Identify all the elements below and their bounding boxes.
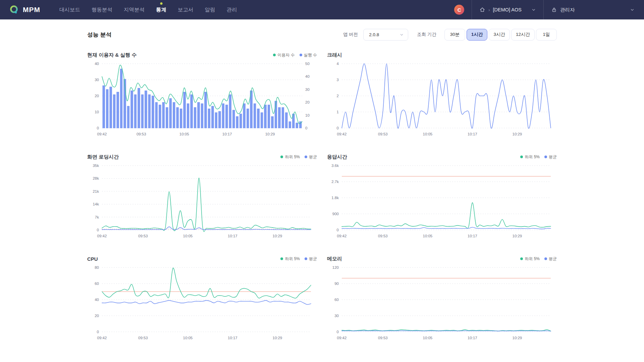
svg-text:40: 40: [95, 298, 99, 302]
period-button-group: 30분 1시간 3시간 12시간 1일: [444, 29, 557, 41]
svg-text:30: 30: [334, 314, 339, 318]
legend-item[interactable]: 하위 5%: [280, 154, 300, 160]
cpu-chart: 02040608009:4209:5310:0510:1710:29: [87, 264, 317, 342]
legend-dot-icon: [300, 54, 302, 56]
svg-text:09:42: 09:42: [337, 234, 347, 238]
svg-text:40: 40: [305, 74, 310, 78]
svg-text:50: 50: [305, 62, 310, 66]
svg-text:60: 60: [95, 282, 99, 286]
nav-item-region[interactable]: 지역분석: [118, 0, 150, 19]
period-button-30m[interactable]: 30분: [444, 29, 465, 41]
nav-item-dashboard[interactable]: 대시보드: [54, 0, 86, 19]
svg-text:0: 0: [97, 228, 99, 232]
svg-text:09:53: 09:53: [378, 336, 388, 340]
svg-text:900: 900: [332, 212, 339, 216]
crash-chart: 0123409:4209:5310:0510:1710:29: [327, 60, 557, 138]
top-nav: MPM 대시보드 행동분석 지역분석 통계 보고서 알림 관리 C › [DEM…: [0, 0, 644, 19]
svg-text:09:53: 09:53: [138, 234, 148, 238]
svg-text:09:42: 09:42: [337, 132, 347, 136]
chart-crash: 크래시 0123409:4209:5310:0510:1710:29: [327, 51, 557, 139]
chart-title: 응답시간: [327, 154, 347, 160]
svg-text:0: 0: [337, 330, 339, 334]
svg-text:10:05: 10:05: [423, 234, 432, 238]
legend-item[interactable]: 하위 5%: [520, 256, 540, 262]
user-role: 관리자: [560, 7, 575, 13]
users-launches-chart: 0102030400102030405009:4209:5310:0510:17…: [87, 60, 317, 138]
nav-item-stats[interactable]: 통계: [150, 0, 172, 19]
app-version-value: 2.0.8: [369, 32, 379, 37]
app-version-select[interactable]: 2.0.8: [363, 29, 408, 41]
period-button-12h[interactable]: 12시간: [511, 29, 535, 41]
svg-text:10:29: 10:29: [512, 336, 522, 340]
svg-text:7k: 7k: [95, 215, 99, 219]
legend-item[interactable]: 하위 5%: [520, 154, 540, 160]
user-menu[interactable]: 관리자: [543, 0, 644, 19]
svg-text:10:17: 10:17: [228, 234, 237, 238]
screen-loading-chart: 07k14k21k28k35k09:4209:5310:0510:1710:29: [87, 162, 317, 240]
chart-title: 크래시: [327, 52, 342, 58]
nav-item-report[interactable]: 보고서: [172, 0, 199, 19]
chart-response-time: 응답시간 하위 5%평균 09001.8k2.7k3.6k09:4209:531…: [327, 153, 557, 241]
chart-legend: 하위 5%평균: [520, 154, 557, 160]
brand-name: MPM: [23, 6, 40, 14]
svg-text:35k: 35k: [93, 164, 99, 168]
app-selector[interactable]: › [DEMO] AOS: [472, 0, 543, 19]
app-version-label: 앱 버전: [343, 32, 358, 38]
legend-dot-icon: [273, 54, 276, 56]
memory-chart: 030609012009:4209:5310:0510:1710:29: [327, 264, 557, 342]
legend-item[interactable]: 평균: [544, 256, 557, 262]
chart-users-launches: 현재 이용자 & 실행 수 이용자 수실행 수 0102030400102030…: [87, 51, 317, 139]
svg-text:80: 80: [95, 265, 99, 269]
period-button-3h[interactable]: 3시간: [489, 29, 510, 41]
avatar[interactable]: C: [454, 5, 464, 15]
svg-text:2: 2: [337, 94, 339, 98]
nav-menu: 대시보드 행동분석 지역분석 통계 보고서 알림 관리: [54, 0, 243, 19]
svg-text:10: 10: [305, 113, 310, 117]
chevron-down-icon: [630, 7, 635, 12]
svg-text:10:05: 10:05: [179, 132, 189, 136]
chart-legend: 하위 5%평균: [280, 256, 317, 262]
chart-legend: 하위 5%평균: [520, 256, 557, 262]
svg-text:1.8k: 1.8k: [331, 196, 339, 200]
legend-item[interactable]: 이용자 수: [273, 52, 294, 58]
nav-item-admin[interactable]: 관리: [221, 0, 243, 19]
svg-text:0: 0: [97, 330, 99, 334]
svg-text:21k: 21k: [93, 189, 99, 193]
svg-text:10:17: 10:17: [222, 132, 232, 136]
brand-logo[interactable]: MPM: [9, 0, 40, 19]
svg-text:10:29: 10:29: [272, 336, 282, 340]
legend-dot-icon: [544, 257, 547, 260]
chart-cpu: CPU 하위 5%평균 02040608009:4209:5310:0510:1…: [87, 255, 317, 343]
svg-text:10:29: 10:29: [272, 234, 282, 238]
legend-item[interactable]: 실행 수: [300, 52, 317, 58]
main-content: 성능 분석 앱 버전 2.0.8 조회 기간 30분 1시간 3시간 12시간 …: [87, 19, 557, 343]
svg-text:10:29: 10:29: [512, 132, 522, 136]
nav-right: C › [DEMO] AOS 관리자: [447, 0, 644, 19]
chart-legend: 하위 5%평균: [280, 154, 317, 160]
svg-text:3.6k: 3.6k: [331, 164, 339, 168]
chevron-down-icon: [399, 33, 404, 37]
charts-grid: 현재 이용자 & 실행 수 이용자 수실행 수 0102030400102030…: [87, 51, 557, 343]
period-button-1h[interactable]: 1시간: [467, 29, 488, 41]
svg-text:09:42: 09:42: [97, 336, 107, 340]
svg-text:09:53: 09:53: [378, 234, 388, 238]
nav-item-behavior[interactable]: 행동분석: [86, 0, 118, 19]
svg-text:4: 4: [337, 62, 339, 66]
svg-text:10:05: 10:05: [183, 336, 193, 340]
legend-item[interactable]: 평균: [544, 154, 557, 160]
legend-item[interactable]: 평균: [305, 256, 317, 262]
legend-item[interactable]: 평균: [305, 154, 317, 160]
mpm-logo-icon: [9, 4, 19, 15]
nav-item-alert[interactable]: 알림: [199, 0, 221, 19]
svg-text:90: 90: [334, 282, 339, 286]
legend-dot-icon: [305, 257, 307, 260]
svg-text:120: 120: [332, 265, 339, 269]
svg-text:40: 40: [95, 62, 99, 66]
svg-text:30: 30: [95, 78, 99, 82]
period-button-1d[interactable]: 1일: [536, 29, 557, 41]
chart-title: 현재 이용자 & 실행 수: [87, 52, 137, 58]
svg-text:09:53: 09:53: [137, 132, 146, 136]
page-title: 성능 분석: [87, 31, 112, 39]
legend-dot-icon: [520, 156, 523, 158]
legend-item[interactable]: 하위 5%: [280, 256, 300, 262]
